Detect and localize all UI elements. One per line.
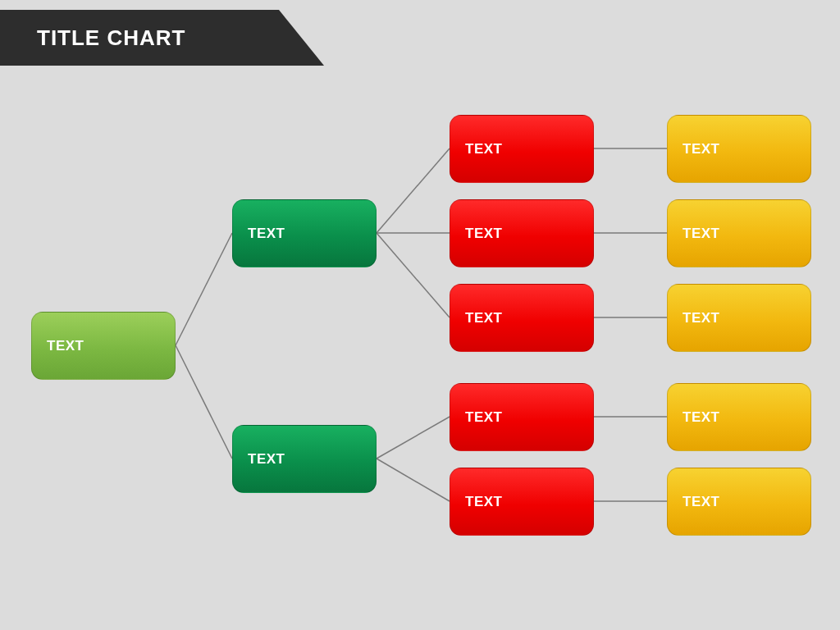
svg-line-5 — [377, 417, 450, 459]
node-label: TEXT — [465, 310, 502, 326]
node-label: TEXT — [248, 451, 285, 468]
slide-canvas: TITLE CHART TEXT TEXT TEXT — [0, 0, 840, 630]
title-ribbon: TITLE CHART — [0, 10, 324, 66]
tree-l2-2: TEXT — [450, 284, 594, 352]
node-label: TEXT — [465, 409, 502, 426]
svg-line-4 — [377, 233, 450, 317]
node-label: TEXT — [682, 310, 719, 326]
node-label: TEXT — [682, 141, 719, 158]
node-label: TEXT — [465, 141, 502, 158]
tree-l3-1: TEXT — [667, 199, 811, 267]
svg-line-1 — [176, 345, 232, 459]
node-label: TEXT — [248, 226, 285, 242]
tree-l3-0: TEXT — [667, 115, 811, 183]
tree-root: TEXT — [31, 312, 176, 380]
tree-l2-0: TEXT — [450, 115, 594, 183]
node-label: TEXT — [465, 226, 502, 242]
svg-line-2 — [377, 148, 450, 233]
tree-l3-4: TEXT — [667, 468, 811, 536]
tree-l2-1: TEXT — [450, 199, 594, 267]
node-label: TEXT — [465, 494, 502, 510]
svg-line-0 — [176, 233, 232, 345]
tree-l2-4: TEXT — [450, 468, 594, 536]
tree-l1-1: TEXT — [232, 425, 377, 493]
node-label: TEXT — [682, 226, 719, 242]
node-label: TEXT — [47, 338, 84, 354]
tree-l3-2: TEXT — [667, 284, 811, 352]
tree-l2-3: TEXT — [450, 383, 594, 451]
svg-line-6 — [377, 459, 450, 501]
node-label: TEXT — [682, 494, 719, 510]
tree-l3-3: TEXT — [667, 383, 811, 451]
tree-l1-0: TEXT — [232, 199, 377, 267]
node-label: TEXT — [682, 409, 719, 426]
slide-title: TITLE CHART — [37, 25, 185, 51]
